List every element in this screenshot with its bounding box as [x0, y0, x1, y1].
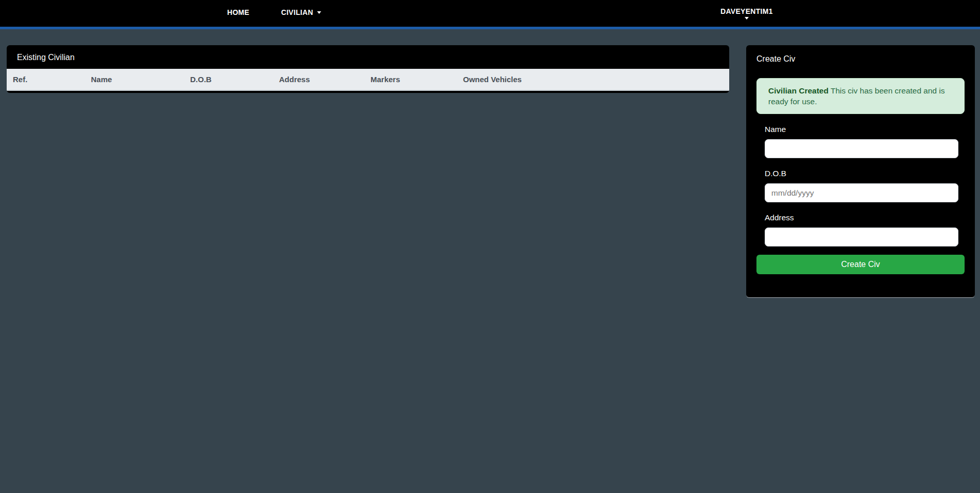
column-header-owned-vehicles: Owned Vehicles [457, 69, 729, 90]
column-header-dob: D.O.B [184, 69, 273, 90]
existing-civilian-title: Existing Civilian [7, 45, 729, 69]
top-navbar: HOME CIVILIAN DAVEYENTIM1 [0, 0, 980, 29]
nav-item-home[interactable]: HOME [227, 8, 249, 16]
alert-title: Civilian Created [768, 86, 828, 95]
column-header-ref: Ref. [7, 69, 85, 90]
nav-item-user-label: DAVEYENTIM1 [720, 7, 773, 15]
existing-civilian-panel: Existing Civilian Ref. Name D.O.B Addres… [7, 45, 729, 93]
civilian-table-header-row: Ref. Name D.O.B Address Markers Owned Ve… [7, 69, 729, 90]
civilian-created-alert: Civilian Created This civ has been creat… [756, 78, 965, 114]
create-civ-panel: Create Civ Civilian Created This civ has… [746, 45, 975, 298]
dob-label: D.O.B [765, 169, 958, 178]
create-civ-button[interactable]: Create Civ [756, 255, 965, 274]
column-header-address: Address [273, 69, 364, 90]
column-header-name: Name [85, 69, 184, 90]
create-civ-form: Name D.O.B Address [765, 125, 958, 246]
civilian-table: Ref. Name D.O.B Address Markers Owned Ve… [7, 69, 729, 91]
chevron-down-icon [317, 11, 321, 14]
column-header-markers: Markers [364, 69, 457, 90]
nav-item-user-dropdown[interactable]: DAVEYENTIM1 [720, 7, 773, 20]
nav-item-civilian-label: CIVILIAN [281, 8, 313, 16]
create-civ-title: Create Civ [746, 45, 975, 64]
name-field[interactable] [765, 139, 958, 158]
page-background: { "navbar": { "home_label": "HOME", "civ… [0, 0, 980, 493]
chevron-down-icon [745, 17, 749, 20]
nav-item-civilian-dropdown[interactable]: CIVILIAN [281, 8, 321, 16]
dob-field[interactable] [765, 183, 958, 202]
address-label: Address [765, 213, 958, 222]
address-field[interactable] [765, 227, 958, 246]
name-label: Name [765, 125, 958, 134]
